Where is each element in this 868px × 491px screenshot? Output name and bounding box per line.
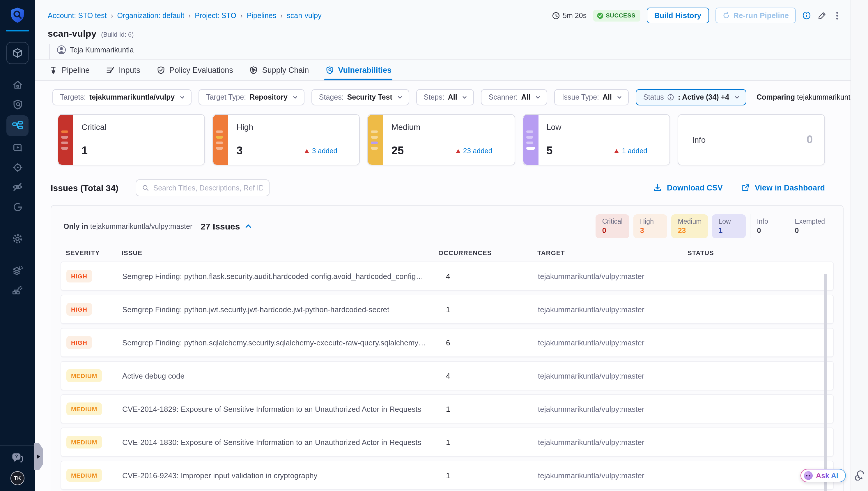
nav-accent-divider bbox=[6, 30, 29, 31]
sidebar-item-pipelines[interactable] bbox=[6, 115, 29, 136]
user-avatar[interactable]: TK bbox=[10, 471, 25, 485]
high-severity-gauge-icon bbox=[213, 115, 228, 165]
critical-severity-gauge-icon bbox=[58, 115, 73, 165]
severity-badge: HIGH bbox=[66, 270, 92, 283]
filter-target-type[interactable]: Target Type:Repository bbox=[198, 89, 305, 106]
run-duration: 5m 20s bbox=[552, 11, 587, 20]
severity-badge: HIGH bbox=[66, 303, 92, 316]
search-icon bbox=[142, 184, 149, 192]
tab-supply-chain[interactable]: Supply Chain bbox=[249, 60, 309, 80]
filter-status[interactable]: Status : Active (34) +4 bbox=[636, 89, 746, 106]
download-icon bbox=[653, 183, 662, 192]
search-input[interactable] bbox=[153, 184, 264, 192]
svg-text:?: ? bbox=[15, 454, 18, 459]
chevron-down-icon bbox=[397, 94, 403, 100]
breadcrumb-org[interactable]: Organization: default bbox=[117, 11, 184, 20]
tab-vulnerabilities[interactable]: Vulnerabilities bbox=[325, 60, 392, 80]
table-row[interactable]: HIGH Semgrep Finding: python.flask.secur… bbox=[61, 261, 834, 291]
rerun-pipeline-button[interactable]: Re-run Pipeline bbox=[715, 7, 796, 23]
breadcrumb-account[interactable]: Account: STO test bbox=[48, 11, 106, 20]
sidebar-item-overview[interactable] bbox=[6, 95, 29, 113]
breadcrumb-pipelines[interactable]: Pipelines bbox=[247, 11, 276, 20]
chip-critical: Critical0 bbox=[596, 214, 630, 238]
info-icon[interactable] bbox=[802, 11, 811, 20]
build-history-button[interactable]: Build History bbox=[647, 7, 709, 23]
triggered-by-user: Teja Kummarikuntla bbox=[50, 44, 841, 59]
table-row[interactable]: HIGH Semgrep Finding: python.jwt.securit… bbox=[61, 295, 834, 324]
sidebar-item-home[interactable] bbox=[6, 76, 29, 93]
ask-ai-button[interactable]: Ask AI bbox=[800, 469, 846, 482]
breadcrumb-project[interactable]: Project: STO bbox=[195, 11, 236, 20]
sidebar-item-settings[interactable] bbox=[6, 230, 29, 248]
group-scope-label: Only in tejakummarikuntla/vulpy:master bbox=[63, 222, 192, 230]
chevron-down-icon bbox=[535, 94, 541, 100]
app-window: ? TK Account: STO test› Organization: de… bbox=[0, 0, 868, 491]
chevron-down-icon bbox=[462, 94, 468, 100]
help-chat-icon[interactable]: ? bbox=[11, 452, 24, 464]
sidebar-item-project-settings[interactable] bbox=[6, 262, 29, 280]
filter-targets[interactable]: Targets:tejakummarikuntla/vulpy bbox=[52, 89, 191, 106]
low-card[interactable]: Low 5 1 added bbox=[523, 114, 670, 166]
sidebar-item-executions[interactable] bbox=[6, 139, 29, 156]
sidebar-item-baselines-eye-off[interactable] bbox=[6, 178, 29, 196]
main-content: Account: STO test› Organization: default… bbox=[35, 0, 850, 491]
info-circle-icon bbox=[668, 94, 675, 101]
tab-pipeline[interactable]: Pipeline bbox=[49, 60, 90, 80]
edit-pencil-icon[interactable] bbox=[817, 11, 827, 20]
critical-card[interactable]: Critical 1 bbox=[58, 114, 205, 166]
issues-list: HIGH Semgrep Finding: python.flask.secur… bbox=[51, 261, 843, 491]
breadcrumb-separator: › bbox=[241, 11, 243, 20]
chip-medium: Medium23 bbox=[672, 214, 708, 238]
chat-bubbles-icon[interactable] bbox=[854, 469, 865, 481]
table-row[interactable]: MEDIUM Active debug code 4 tejakummariku… bbox=[61, 361, 834, 390]
table-row[interactable]: MEDIUM CVE-2014-1830: Exposure of Sensit… bbox=[61, 428, 834, 457]
comparing-label: Comparing tejakummarikuntla/vulpy:master… bbox=[756, 93, 850, 102]
inputs-icon bbox=[106, 66, 115, 75]
severity-count-chips: Critical0 High3 Medium23 Low1 Info0 Exem… bbox=[592, 214, 831, 238]
execution-tabs: Pipeline Inputs Policy Evaluations Suppl… bbox=[35, 59, 850, 81]
sidebar-expand-handle[interactable] bbox=[34, 443, 43, 470]
high-card[interactable]: High 3 3 added bbox=[213, 114, 360, 166]
table-row[interactable]: MEDIUM CVE-2014-1829: Exposure of Sensit… bbox=[61, 394, 834, 424]
breadcrumb-current[interactable]: scan-vulpy bbox=[287, 11, 322, 20]
download-csv-button[interactable]: Download CSV bbox=[653, 183, 723, 192]
added-arrow-icon bbox=[615, 149, 619, 153]
chevron-down-icon bbox=[734, 94, 740, 100]
sidebar-item-org-settings[interactable] bbox=[6, 282, 29, 299]
filter-scanner[interactable]: Scanner:All bbox=[481, 89, 548, 106]
breadcrumb: Account: STO test› Organization: default… bbox=[48, 11, 322, 20]
sto-shield-logo-icon[interactable] bbox=[8, 6, 27, 25]
info-card[interactable]: Info 0 bbox=[678, 114, 825, 166]
sidebar-item-targets[interactable] bbox=[6, 158, 29, 176]
chevron-down-icon bbox=[179, 94, 185, 100]
table-row[interactable]: HIGH Semgrep Finding: python.sqlalchemy.… bbox=[61, 328, 834, 357]
issues-search[interactable] bbox=[136, 179, 270, 196]
severity-badge: MEDIUM bbox=[66, 436, 102, 449]
tab-inputs[interactable]: Inputs bbox=[106, 60, 140, 80]
vertical-scrollbar[interactable] bbox=[824, 274, 827, 491]
filter-issue-type[interactable]: Issue Type:All bbox=[555, 89, 629, 106]
chevron-down-icon bbox=[292, 94, 298, 100]
ai-bot-icon bbox=[804, 471, 812, 480]
check-circle-icon bbox=[596, 12, 603, 19]
module-selector-cube-icon[interactable] bbox=[6, 42, 29, 64]
build-id-label: (Build Id: 6) bbox=[101, 31, 134, 38]
chip-exempted: Exempted0 bbox=[788, 214, 831, 238]
filter-stages[interactable]: Stages:Security Test bbox=[311, 89, 409, 106]
shield-search-icon bbox=[325, 66, 334, 75]
view-in-dashboard-button[interactable]: View in Dashboard bbox=[741, 183, 825, 192]
table-row[interactable]: MEDIUM CVE-2016-9243: Improper input val… bbox=[61, 461, 834, 490]
filter-bar: Targets:tejakummarikuntla/vulpy Target T… bbox=[35, 81, 850, 106]
tab-policy-evaluations[interactable]: Policy Evaluations bbox=[157, 60, 233, 80]
collapse-chevron-up-icon[interactable] bbox=[245, 223, 252, 230]
chevron-down-icon bbox=[617, 94, 622, 100]
sidebar-item-getting-started[interactable] bbox=[6, 198, 29, 215]
clock-icon bbox=[552, 11, 560, 20]
right-utility-strip bbox=[850, 0, 868, 491]
filter-steps[interactable]: Steps:All bbox=[416, 89, 474, 106]
breadcrumb-separator: › bbox=[188, 11, 191, 20]
kebab-menu-icon[interactable] bbox=[833, 11, 841, 20]
table-header: SEVERITY ISSUE OCCURRENCES TARGET STATUS bbox=[51, 241, 843, 261]
external-link-icon bbox=[741, 183, 750, 192]
medium-card[interactable]: Medium 25 23 added bbox=[368, 114, 515, 166]
